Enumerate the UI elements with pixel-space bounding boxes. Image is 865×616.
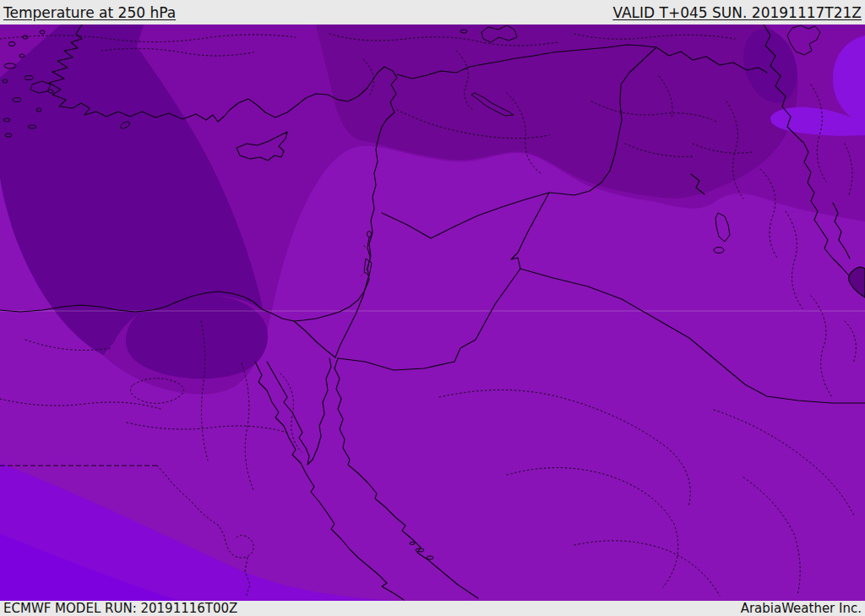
map-title: Temperature at 250 hPa [0, 4, 176, 21]
valid-time-label: VALID T+045 SUN. 20191117T21Z [612, 4, 865, 21]
weather-map-window: Temperature at 250 hPa VALID T+045 SUN. … [0, 0, 865, 616]
branding-label: ArabiaWeather Inc. [741, 601, 865, 616]
footer-bar: ECMWF MODEL RUN: 20191116T00Z ArabiaWeat… [0, 601, 865, 616]
map-area [0, 25, 865, 601]
header-bar: Temperature at 250 hPa VALID T+045 SUN. … [0, 0, 865, 25]
map-canvas [0, 25, 865, 601]
model-run-label: ECMWF MODEL RUN: 20191116T00Z [0, 601, 237, 616]
temperature-bands [0, 25, 865, 601]
